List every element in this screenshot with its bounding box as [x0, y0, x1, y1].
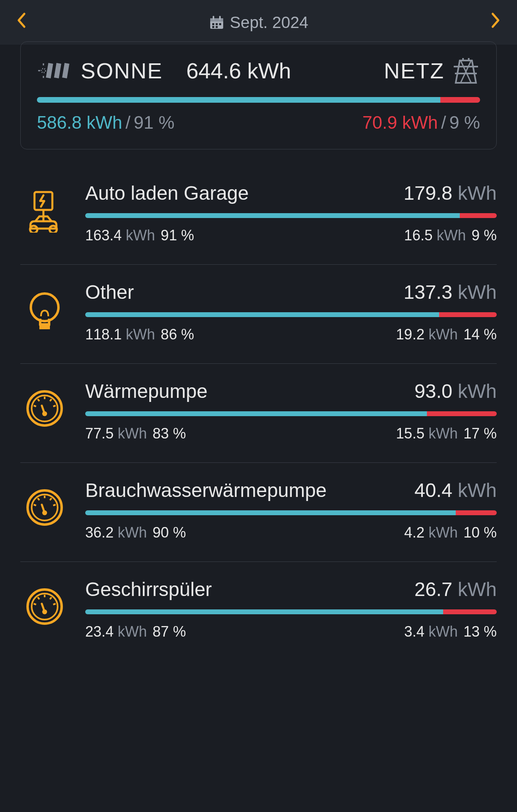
summary-grid-stat: 70.9 kWh/9 % [362, 112, 480, 133]
consumer-total: 26.7 kWh [414, 578, 497, 600]
grid-label: NETZ [384, 58, 444, 83]
consumer-name: Brauchwasserwärmepumpe [85, 479, 327, 501]
bar-solar-segment [85, 510, 456, 515]
summary-bar [37, 97, 480, 103]
consumer-row[interactable]: Other 137.3 kWh 118.1 kWh86 % 19.2 kWh14… [20, 265, 497, 364]
bar-grid-segment [439, 312, 497, 317]
consumer-row[interactable]: Brauchwasserwärmepumpe 40.4 kWh 36.2 kWh… [20, 463, 497, 562]
bar-solar-segment [85, 609, 443, 614]
consumer-bar [85, 411, 497, 416]
svg-rect-3 [219, 16, 221, 20]
meter-icon [20, 384, 69, 433]
bar-grid-segment [440, 97, 480, 103]
consumer-total: 179.8 kWh [404, 182, 497, 204]
consumer-bar [85, 510, 497, 515]
consumer-solar-stat: 36.2 kWh90 % [85, 524, 186, 541]
summary-total: 644.6 kWh [186, 58, 291, 83]
consumer-name: Geschirrspüler [85, 578, 212, 600]
svg-rect-4 [212, 23, 214, 25]
svg-rect-5 [216, 23, 218, 25]
bar-grid-segment [427, 411, 497, 416]
consumer-grid-stat: 15.5 kWh17 % [396, 425, 497, 442]
consumer-bar [85, 609, 497, 614]
bar-solar-segment [37, 97, 440, 103]
next-month-button[interactable] [487, 8, 505, 37]
meter-icon [20, 582, 69, 631]
prev-month-button[interactable] [12, 8, 30, 37]
consumer-name: Auto laden Garage [85, 182, 249, 204]
bar-solar-segment [85, 411, 427, 416]
date-header: Sept. 2024 [0, 0, 517, 45]
consumer-grid-stat: 4.2 kWh10 % [404, 524, 497, 541]
bar-grid-segment [456, 510, 497, 515]
solar-label: SONNE [81, 58, 163, 83]
svg-rect-1 [210, 18, 223, 22]
svg-rect-7 [212, 26, 214, 28]
consumer-grid-stat: 16.5 kWh9 % [404, 227, 497, 244]
date-label[interactable]: Sept. 2024 [230, 13, 308, 32]
sun-icon [37, 58, 73, 83]
consumer-row[interactable]: Wärmepumpe 93.0 kWh 77.5 kWh83 % 15.5 kW… [20, 364, 497, 463]
consumer-solar-stat: 77.5 kWh83 % [85, 425, 186, 442]
ev-charger-icon [20, 186, 69, 235]
consumer-bar [85, 213, 497, 218]
consumer-row[interactable]: Geschirrspüler 26.7 kWh 23.4 kWh87 % 3.4… [20, 562, 497, 661]
pylon-icon [452, 56, 480, 85]
svg-rect-6 [219, 23, 221, 25]
consumer-total: 137.3 kWh [404, 281, 497, 303]
consumer-solar-stat: 163.4 kWh91 % [85, 227, 194, 244]
meter-icon [20, 483, 69, 532]
consumer-solar-stat: 23.4 kWh87 % [85, 623, 186, 640]
calendar-icon [209, 14, 225, 30]
consumer-total: 40.4 kWh [414, 479, 497, 501]
consumer-bar [85, 312, 497, 317]
svg-rect-2 [213, 16, 214, 20]
svg-rect-8 [216, 26, 218, 28]
consumer-solar-stat: 118.1 kWh86 % [85, 326, 194, 343]
svg-point-9 [41, 69, 45, 73]
consumer-total: 93.0 kWh [414, 380, 497, 402]
consumer-grid-stat: 3.4 kWh13 % [404, 623, 497, 640]
consumer-grid-stat: 19.2 kWh14 % [396, 326, 497, 343]
bar-solar-segment [85, 312, 439, 317]
consumer-name: Wärmepumpe [85, 380, 207, 402]
consumer-name: Other [85, 281, 134, 303]
bar-grid-segment [443, 609, 497, 614]
bulb-icon [20, 285, 69, 334]
summary-solar-stat: 586.8 kWh/91 % [37, 112, 174, 133]
bar-solar-segment [85, 213, 460, 218]
bar-grid-segment [460, 213, 497, 218]
consumer-row[interactable]: Auto laden Garage 179.8 kWh 163.4 kWh91 … [20, 166, 497, 265]
summary-card: SONNE 644.6 kWh NETZ [20, 41, 497, 149]
